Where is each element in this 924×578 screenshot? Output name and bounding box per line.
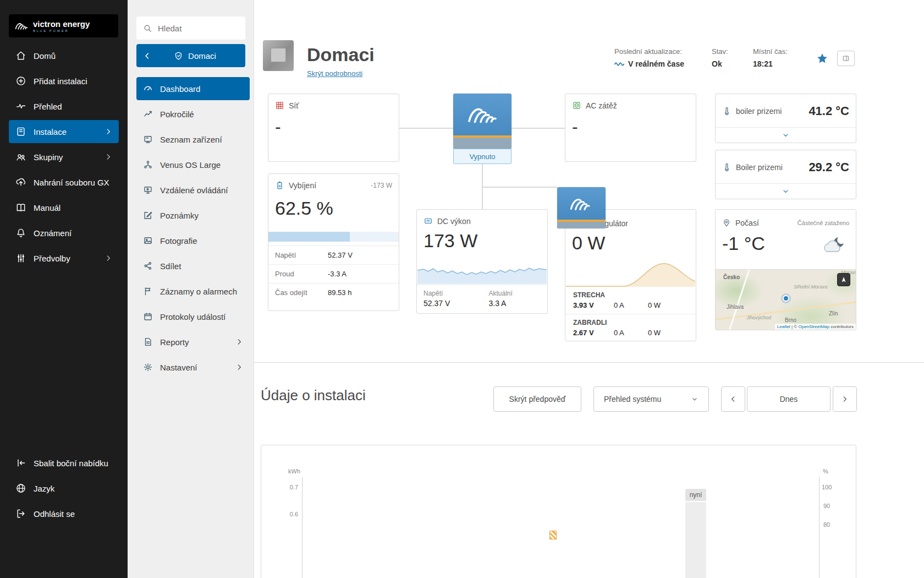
tracker-voltage: 3.93 V bbox=[573, 301, 614, 309]
row-value: 52.37 V bbox=[328, 251, 353, 259]
sidebar-item-installations[interactable]: Instalace bbox=[9, 120, 119, 143]
map-label: Jihovýchod bbox=[746, 315, 771, 320]
tab-label: Seznam zařízení bbox=[160, 135, 222, 144]
tab-notes[interactable]: Poznámky bbox=[136, 204, 250, 227]
grid-card-title: Síť bbox=[289, 101, 299, 110]
inverter-device-image bbox=[453, 94, 512, 149]
logout-icon bbox=[15, 508, 26, 519]
cloud-upload-icon bbox=[15, 177, 26, 188]
tab-label: Vzdálené ovládání bbox=[160, 186, 228, 195]
victron-logo: victron energy BLUE POWER bbox=[9, 14, 118, 37]
dc-power-card-title: DC výkon bbox=[437, 217, 471, 226]
sidebar-item-home[interactable]: Domů bbox=[9, 44, 119, 67]
fullscreen-button[interactable] bbox=[837, 51, 855, 66]
sidebar-item-add-installation[interactable]: Přidat instalaci bbox=[9, 69, 119, 92]
tab-advanced[interactable]: Pokročilé bbox=[136, 102, 250, 126]
now-marker-band bbox=[685, 502, 706, 578]
map-locate-button[interactable] bbox=[837, 273, 850, 286]
left-axis-tick: 0.7 bbox=[283, 484, 298, 490]
row-value: 89.53 h bbox=[328, 288, 351, 297]
next-period-button[interactable] bbox=[833, 386, 857, 412]
status-block: Stav: Ok bbox=[712, 47, 728, 68]
installation-thumbnail bbox=[263, 40, 294, 71]
col-value: 52.37 V bbox=[424, 299, 476, 308]
globe-icon bbox=[15, 483, 26, 494]
battery-row: Napětí 52.37 V bbox=[268, 246, 399, 264]
installation-name: Domaci bbox=[188, 51, 216, 61]
battery-card-title: Vybíjení bbox=[289, 181, 316, 190]
dc-power-footer: Napětí 52.37 V Aktuální 3.3 A bbox=[417, 285, 547, 313]
last-update-label: Poslední aktualizace: bbox=[614, 47, 684, 56]
tab-reports[interactable]: Reporty bbox=[136, 330, 250, 353]
chevron-left-icon bbox=[143, 52, 151, 60]
sidebar-item-label: Skupiny bbox=[34, 152, 63, 162]
report-icon bbox=[143, 337, 153, 347]
tab-label: Poznámky bbox=[160, 211, 199, 220]
boiler-1-value: 41.2 °C bbox=[809, 104, 849, 118]
hide-details-link[interactable]: Skrýt podrobnosti bbox=[307, 69, 362, 78]
system-overview-select[interactable]: Přehled systému bbox=[593, 386, 709, 412]
solar-value: 0 W bbox=[565, 228, 696, 254]
tracker-current: 0 A bbox=[614, 301, 648, 309]
search-input[interactable] bbox=[158, 24, 229, 33]
tab-device-list[interactable]: Seznam zařízení bbox=[136, 128, 250, 151]
tab-alarm-logs[interactable]: Záznamy o alarmech bbox=[136, 280, 250, 303]
favorite-star-icon[interactable] bbox=[816, 52, 828, 64]
logout-button[interactable]: Odhlásit se bbox=[9, 502, 119, 525]
tracker-voltage: 2.67 V bbox=[573, 329, 614, 337]
tab-settings[interactable]: Nastavení bbox=[136, 356, 250, 379]
gauge-icon bbox=[143, 84, 153, 94]
installation-back-button[interactable]: Domaci bbox=[136, 44, 245, 67]
boiler-2-expander[interactable] bbox=[716, 183, 856, 199]
hide-forecast-button[interactable]: Skrýt předpověď bbox=[493, 386, 581, 412]
language-button[interactable]: Jazyk bbox=[9, 477, 119, 500]
section-divider bbox=[254, 362, 924, 363]
tab-share[interactable]: Sdílet bbox=[136, 254, 250, 277]
weather-card-title: Počasí bbox=[735, 219, 759, 227]
osm-link[interactable]: OpenStreetMap bbox=[798, 324, 829, 329]
left-axis-unit: kWh bbox=[283, 468, 300, 475]
navigation-arrow-icon bbox=[840, 276, 847, 283]
realtime-wave-icon bbox=[614, 61, 624, 67]
left-axis-tick: 0.6 bbox=[283, 511, 298, 517]
photo-icon bbox=[143, 236, 153, 246]
tab-venus-os-large[interactable]: Venus OS Large bbox=[136, 153, 250, 176]
previous-period-button[interactable] bbox=[721, 386, 745, 412]
tab-label: Fotografie bbox=[160, 236, 197, 246]
mppt-device-image bbox=[557, 187, 606, 228]
tab-remote-console[interactable]: Vzdálené ovládání bbox=[136, 178, 250, 201]
tab-photos[interactable]: Fotografie bbox=[136, 229, 250, 252]
weather-map[interactable]: Česko Střední Morava Jihlava Jihovýchod … bbox=[716, 269, 856, 330]
sidebar-item-gx-upload[interactable]: Nahrání souboru GX bbox=[9, 171, 119, 194]
chevron-down-icon bbox=[691, 396, 698, 402]
leaflet-link[interactable]: Leaflet bbox=[777, 324, 790, 329]
row-label: Napětí bbox=[275, 251, 320, 259]
forecast-chart-card bbox=[261, 445, 856, 578]
sidebar-item-notifications[interactable]: Oznámení bbox=[9, 221, 119, 244]
tab-dashboard[interactable]: Dashboard bbox=[136, 77, 250, 100]
victron-swirl-icon bbox=[14, 21, 29, 31]
boiler-2-card: Boiler prizemi 29.2 °C bbox=[715, 150, 856, 199]
right-axis-tick: 100 bbox=[822, 484, 835, 490]
tracker-current: 0 A bbox=[614, 329, 648, 337]
sidebar-item-groups[interactable]: Skupiny bbox=[9, 145, 119, 168]
collapse-sidebar-button[interactable]: Sbalit boční nabídku bbox=[9, 451, 119, 475]
chevron-right-icon bbox=[235, 363, 243, 371]
boiler-1-title: boiler prizemi bbox=[736, 107, 782, 116]
col-label: Aktuální bbox=[489, 290, 541, 297]
today-button[interactable]: Dnes bbox=[747, 386, 831, 412]
sidebar-item-preferences[interactable]: Předvolby bbox=[9, 247, 119, 270]
dc-icon bbox=[424, 216, 433, 226]
col-value: 3.3 A bbox=[489, 299, 541, 308]
cloud-moon-icon bbox=[822, 235, 847, 255]
chevron-right-icon bbox=[235, 338, 243, 346]
tab-event-logs[interactable]: Protokoly událostí bbox=[136, 305, 250, 328]
sidebar-item-manual[interactable]: Manuál bbox=[9, 196, 119, 219]
tab-label: Pokročilé bbox=[160, 110, 194, 119]
battery-icon bbox=[275, 181, 284, 190]
right-axis-unit: % bbox=[823, 468, 834, 475]
connector-inverter-acload bbox=[512, 128, 565, 129]
boiler-1-expander[interactable] bbox=[716, 127, 856, 143]
row-value: -3.3 A bbox=[328, 270, 346, 278]
sidebar-item-overview[interactable]: Přehled bbox=[9, 95, 119, 118]
